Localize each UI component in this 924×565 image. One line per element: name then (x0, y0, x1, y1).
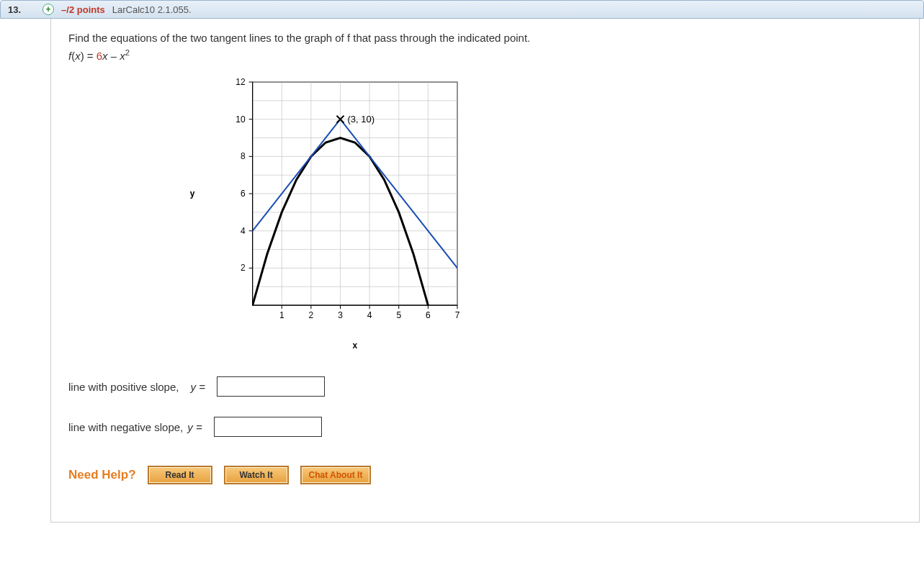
answer-row-positive: line with positive slope, y = (68, 376, 902, 397)
need-help-label: Need Help? (68, 468, 136, 482)
plus-icon[interactable]: + (42, 4, 54, 15)
svg-text:7: 7 (455, 310, 460, 320)
func-x: x (75, 50, 81, 62)
svg-text:3: 3 (338, 310, 343, 320)
func-exp: 2 (125, 48, 130, 57)
graph-container: 123456724681012xy(3, 10) (184, 75, 902, 355)
negative-slope-label: line with negative slope, (68, 421, 183, 433)
y-equals-1: y = (191, 381, 205, 393)
question-header: 13. + –/2 points LarCalc10 2.1.055. (0, 0, 924, 19)
svg-text:8: 8 (241, 151, 246, 161)
svg-text:6: 6 (426, 310, 431, 320)
svg-text:2: 2 (241, 263, 246, 273)
svg-text:x: x (352, 340, 357, 351)
svg-text:1: 1 (279, 310, 284, 320)
negative-slope-input[interactable] (214, 417, 322, 437)
func-f: f (68, 50, 71, 62)
answer-row-negative: line with negative slope, y = (68, 417, 902, 437)
svg-text:6: 6 (241, 189, 246, 199)
func-minus: – (108, 50, 120, 62)
read-it-button[interactable]: Read It (148, 466, 212, 484)
func-var2: x (120, 50, 125, 62)
question-reference: LarCalc10 2.1.055. (112, 4, 192, 15)
question-number: 13. (8, 4, 21, 15)
svg-text:y: y (190, 189, 195, 199)
help-row: Need Help? Read It Watch It Chat About I… (68, 466, 902, 484)
svg-text:4: 4 (367, 310, 372, 320)
y-equals-2: y = (187, 421, 202, 433)
watch-it-button[interactable]: Watch It (224, 466, 289, 484)
function-definition: f(x) = 6x – x2 (68, 48, 902, 62)
chat-about-it-button[interactable]: Chat About It (300, 466, 372, 484)
svg-text:2: 2 (309, 310, 314, 320)
question-body: Find the equations of the two tangent li… (50, 19, 920, 523)
svg-text:4: 4 (241, 226, 246, 236)
func-coeff: 6 (97, 50, 102, 62)
instruction-text: Find the equations of the two tangent li… (68, 32, 902, 44)
func-var1: x (102, 50, 108, 62)
instruction-span: Find the equations of the two tangent li… (68, 32, 530, 44)
svg-text:10: 10 (236, 114, 246, 125)
svg-text:12: 12 (236, 77, 246, 87)
svg-text:5: 5 (396, 310, 401, 320)
points-label: –/2 points (61, 4, 105, 15)
graph-plot: 123456724681012xy(3, 10) (184, 75, 465, 353)
positive-slope-label: line with positive slope, (68, 381, 179, 393)
svg-text:(3, 10): (3, 10) (348, 114, 375, 125)
positive-slope-input[interactable] (217, 376, 325, 397)
